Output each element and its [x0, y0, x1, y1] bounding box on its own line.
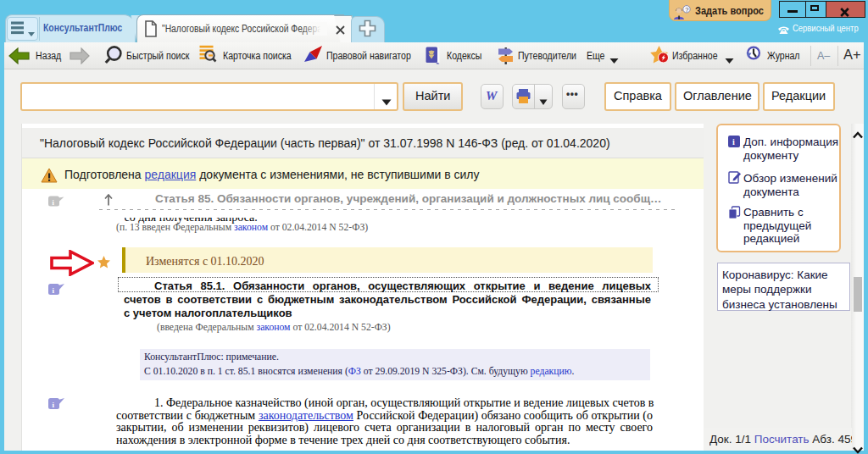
svg-text:?: ?	[685, 6, 688, 14]
svg-text:i: i	[732, 137, 735, 147]
